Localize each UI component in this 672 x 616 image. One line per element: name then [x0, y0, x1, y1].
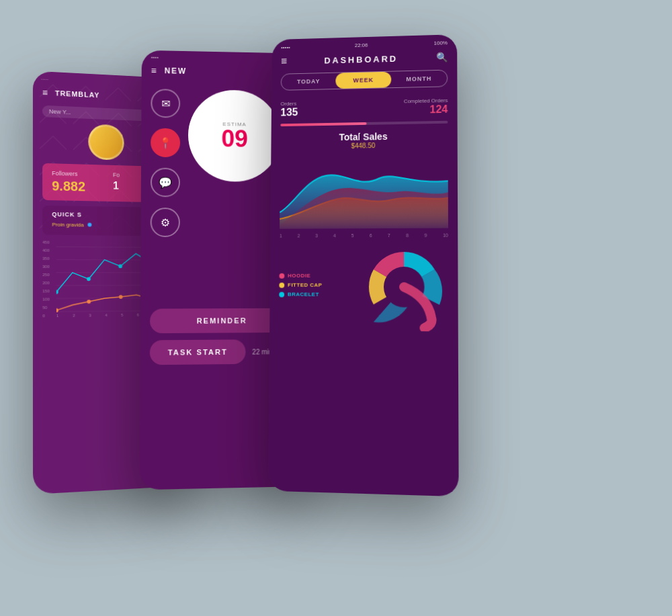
legend-dot-bracelet [279, 292, 284, 297]
orders-group-right: Completed Orders 124 [404, 97, 448, 116]
quick-dot [88, 223, 92, 227]
legend-item-hoodie: HOODIE [279, 273, 351, 279]
hamburger-icon-mid[interactable]: ≡ [151, 65, 158, 76]
status-dots-mid: •••• [151, 54, 159, 60]
completed-orders-value: 124 [404, 103, 448, 116]
mail-icon-btn[interactable]: ✉ [151, 89, 180, 118]
status-time-right: 22:06 [355, 42, 368, 48]
donut-chart [360, 243, 449, 332]
orders-value: 135 [280, 107, 298, 119]
search-icon[interactable]: 🔍 [436, 52, 448, 62]
location-icon-btn[interactable]: 📍 [151, 128, 180, 158]
legend-label-cap: FITTED CAP [288, 282, 322, 288]
chat-icon-btn[interactable]: 💬 [151, 168, 180, 197]
followers-value: 9.882 [52, 179, 100, 195]
app-title-left: TREMBLAY [55, 89, 100, 99]
dashboard-title: DASHBOARD [324, 54, 398, 65]
followers-item: Followers 9.882 [52, 170, 100, 195]
svg-text:1: 1 [56, 314, 58, 318]
svg-text:3: 3 [89, 313, 91, 317]
estimate-value: 09 [221, 127, 248, 151]
chart-y-labels: 450 400 350 300 250 200 150 100 50 0 [42, 240, 50, 318]
donut-legend: HOODIE FITTED CAP BRACELET [279, 273, 351, 301]
hamburger-icon-right[interactable]: ≡ [281, 56, 287, 68]
battery-right: 100% [434, 40, 448, 46]
svg-point-7 [87, 277, 91, 281]
tab-today[interactable]: TODAY [282, 73, 336, 90]
orders-row: Orders 135 Completed Orders 124 [271, 95, 458, 122]
svg-text:2: 2 [73, 313, 75, 317]
tab-week[interactable]: WEEK [336, 72, 391, 89]
legend-item-bracelet: BRACELET [279, 292, 351, 298]
x-labels: 1 2 3 4 5 6 7 8 9 10 [280, 233, 448, 238]
tab-month[interactable]: MONTH [391, 71, 447, 88]
followers-label: Followers [52, 170, 99, 178]
svg-point-10 [87, 300, 91, 304]
status-dots-right: ••••• [281, 44, 290, 50]
svg-text:6: 6 [137, 312, 139, 316]
total-sales-section: Total Sales $448.50 [271, 130, 457, 150]
legend-dot-cap [279, 282, 284, 288]
progress-bar-fill [280, 122, 366, 126]
app-title-mid: NEW [165, 67, 187, 76]
task-start-button[interactable]: TASK START [150, 339, 246, 365]
phone-right: ••••• 22:06 100% ≡ DASHBOARD 🔍 TODAY WEE… [268, 34, 459, 496]
legend-label-bracelet: BRACELET [288, 292, 319, 298]
orders-group-left: Orders 135 [280, 101, 298, 119]
hamburger-icon-left[interactable]: ≡ [42, 87, 48, 98]
legend-dot-hoodie [279, 273, 284, 278]
extra-icon-btn[interactable]: ⚙ [151, 208, 180, 237]
svg-text:5: 5 [121, 313, 123, 317]
avatar [88, 124, 124, 160]
estimate-circle: ESTIMA 09 [188, 89, 281, 182]
icon-buttons: ✉ 📍 💬 ⚙ [151, 89, 181, 237]
area-chart [280, 150, 448, 232]
progress-bar-container [280, 121, 448, 126]
donut-section: HOODIE FITTED CAP BRACELET [279, 243, 449, 332]
legend-item-cap: FITTED CAP [279, 282, 351, 288]
svg-text:4: 4 [105, 313, 107, 317]
legend-label-hoodie: HOODIE [288, 273, 310, 279]
tabs-row: TODAY WEEK MONTH [281, 70, 448, 91]
